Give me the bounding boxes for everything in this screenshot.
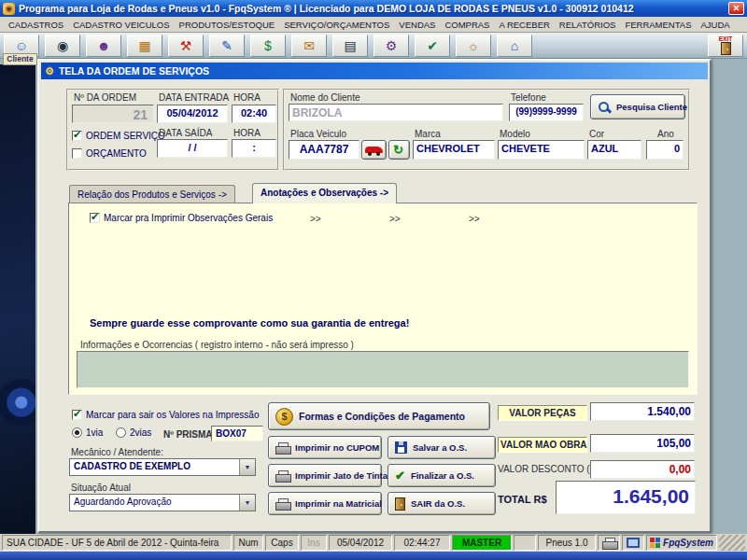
taskbar-strip — [0, 552, 747, 560]
valor-pecas-label: VALOR PEÇAS — [498, 405, 587, 421]
tab-produtos-servicos[interactable]: Relação dos Produtos e Serviços -> — [69, 185, 235, 203]
status-num: Num — [233, 535, 263, 551]
menu-item-ajuda[interactable]: AJUDA — [696, 18, 734, 32]
toolbar-configuracoes-button[interactable]: ⚙ — [374, 35, 409, 57]
internal-info-textarea[interactable] — [77, 351, 689, 388]
toolbar-orcamento-button[interactable]: ✎ — [209, 35, 245, 57]
arrow-marker-1: >> — [310, 214, 321, 224]
color-label: Cor — [589, 129, 604, 139]
radio-1via[interactable]: 1via — [72, 427, 103, 438]
entry-date-field[interactable]: 05/04/2012 — [157, 105, 228, 123]
salvar-os-button[interactable]: Salvar a O.S. — [388, 436, 496, 459]
prisma-field[interactable]: BOX07 — [211, 426, 263, 441]
checkbox-unchecked-icon — [72, 148, 82, 159]
menu-item-cadastros[interactable]: CADASTROS — [4, 18, 68, 32]
tab-anotacoes-observacoes[interactable]: Anotações e Observações -> — [252, 183, 397, 203]
service-order-dialog: ⚙ TELA DA ORDEM DE SERVIÇOS Nº DA ORDEM … — [37, 59, 712, 533]
ordem-servico-checkbox[interactable]: ORDEM SERVIÇO — [72, 131, 165, 141]
toolbar-relatorios-button[interactable]: ▤ — [332, 35, 368, 57]
arrow-marker-2: >> — [389, 214, 401, 224]
total-field: 1.645,00 — [556, 481, 696, 514]
dialog-body: Nº DA ORDEM 21 DATA ENTRADA 05/04/2012 H… — [41, 81, 708, 531]
menu-item-relatorios[interactable]: RELATÓRIOS — [555, 18, 621, 32]
pagamento-button[interactable]: $ Formas e Condições de Pagamento — [268, 402, 490, 430]
toolbar-fornecedor-button[interactable]: ☻ — [86, 35, 121, 57]
sair-os-button[interactable]: SAIR da O.S. — [388, 492, 496, 515]
status-ins: Ins — [301, 535, 327, 551]
valor-desconto-field[interactable]: 0,00 — [590, 460, 695, 479]
resize-grip[interactable] — [719, 535, 745, 551]
mecanico-value: CADASTRO DE EXEMPLO — [70, 459, 239, 475]
status-spare — [514, 535, 536, 551]
imprimir-matricial-label: Imprimir na Matricial — [295, 498, 382, 509]
toolbar-produtos-button[interactable]: ▦ — [127, 35, 162, 57]
coin-icon: $ — [275, 408, 293, 426]
car-button[interactable] — [361, 140, 387, 160]
menu-item-a-receber[interactable]: A RECEBER — [494, 18, 554, 32]
toolbar-sistema-button[interactable]: ⌂ — [497, 35, 532, 57]
menu-item-cadastro-veiculos[interactable]: CADASTRO VEICULOS — [68, 18, 174, 32]
menu-bar: CADASTROS CADASTRO VEICULOS PRODUTOS/EST… — [0, 17, 747, 33]
menu-item-compras[interactable]: COMPRAS — [440, 18, 494, 32]
exit-date-field[interactable]: / / — [157, 139, 228, 158]
car-icon — [365, 144, 383, 156]
year-field[interactable]: 0 — [646, 140, 684, 160]
entry-time-field[interactable]: 02:40 — [232, 105, 276, 123]
exit-time-field[interactable]: : — [232, 139, 276, 158]
exit-date-label: DATA SAÍDA — [159, 128, 212, 138]
imprimir-observacoes-checkbox[interactable]: Marcar pra Imprimir Observações Gerais — [90, 213, 273, 223]
door-icon — [721, 42, 731, 55]
finalizar-os-button[interactable]: ✔ Finalizar a O.S. — [388, 464, 496, 487]
toolbar: ☺ ◉ ☻ ▦ ⚒ ✎ $ ✉ ▤ ⚙ ✔ ☼ ⌂ EXIT — [0, 33, 747, 59]
menu-item-vendas[interactable]: VENDAS — [394, 18, 440, 32]
status-brand: FpqSystem — [646, 535, 717, 551]
valor-desconto-label: VALOR DESCONTO ( - ) — [498, 464, 601, 474]
toolbar-pneus-button[interactable]: ◉ — [45, 35, 80, 57]
report-icon: ▤ — [344, 39, 356, 52]
imprimir-jato-label: Imprimir Jato de Tinta — [295, 470, 388, 481]
close-button[interactable]: ✕ — [728, 2, 744, 15]
refresh-plate-button[interactable]: ↻ — [388, 140, 410, 160]
toolbar-vendas-button[interactable]: $ — [250, 35, 286, 57]
menu-item-servico-orcamentos[interactable]: SERVIÇO/ORÇAMENTOS — [279, 18, 394, 32]
toolbar-ok-button[interactable]: ✔ — [415, 35, 450, 57]
brand-field[interactable]: CHEVROLET — [413, 140, 495, 160]
save-disk-icon — [395, 441, 407, 454]
phone-field[interactable]: (99)9999-9999 — [509, 104, 584, 121]
total-label: TOTAL R$ — [498, 494, 547, 505]
client-name-field[interactable]: BRIZOLA — [289, 104, 503, 121]
situacao-dropdown[interactable]: Aguardando Aprovação ▼ — [69, 494, 256, 511]
toolbar-sol-button[interactable]: ☼ — [456, 35, 491, 57]
radio-2vias-label: 2vias — [130, 427, 151, 438]
internal-info-label: Informações e Ocorrencias ( registro int… — [80, 340, 354, 350]
checkbox-checked-icon — [72, 131, 82, 141]
supplier-icon: ☻ — [97, 39, 111, 52]
orcamento-checkbox[interactable]: ORÇAMENTO — [72, 148, 147, 159]
valor-mao-obra-field: 105,00 — [590, 434, 695, 453]
mecanico-dropdown[interactable]: CADASTRO DE EXEMPLO ▼ — [69, 458, 256, 476]
home-icon: ⌂ — [511, 39, 518, 52]
imprimir-jato-button[interactable]: Imprimir Jato de Tinta — [268, 464, 382, 487]
toolbar-exit-button[interactable]: EXIT — [708, 35, 743, 57]
plate-field[interactable]: AAA7787 — [289, 140, 359, 160]
printer-icon — [275, 442, 289, 454]
imprimir-matricial-button[interactable]: Imprimir na Matricial — [268, 492, 382, 515]
status-monitor-cell[interactable] — [622, 535, 644, 551]
color-field[interactable]: AZUL — [587, 140, 641, 160]
imprimir-cupom-button[interactable]: Imprimir no CUPOM — [268, 436, 382, 459]
valores-impressao-label: Marcar para sair os Valores na Impressão — [86, 410, 259, 420]
model-field[interactable]: CHEVETE — [498, 140, 585, 160]
radio-selected-icon — [72, 427, 82, 438]
menu-item-produtos-estoque[interactable]: PRODUTOS/ESTOQUE — [175, 18, 280, 32]
pesquisa-cliente-button[interactable]: Pesquisa Cliente — [590, 94, 685, 119]
tools-icon: ⚒ — [180, 39, 192, 52]
toolbar-servicos-button[interactable]: ⚒ — [168, 35, 204, 57]
radio-2vias[interactable]: 2vias — [116, 427, 151, 438]
observations-text[interactable]: Sempre guarde esse comprovante como sua … — [90, 317, 409, 329]
menu-item-ferramentas[interactable]: FERRAMENTAS — [620, 18, 696, 32]
observations-panel[interactable]: Marcar pra Imprimir Observações Gerais >… — [68, 203, 698, 395]
status-printer-cell[interactable] — [598, 535, 620, 551]
fpqsystem-logo — [650, 538, 660, 548]
toolbar-compras-button[interactable]: ✉ — [291, 35, 327, 57]
valores-impressao-checkbox[interactable]: Marcar para sair os Valores na Impressão — [72, 410, 259, 420]
